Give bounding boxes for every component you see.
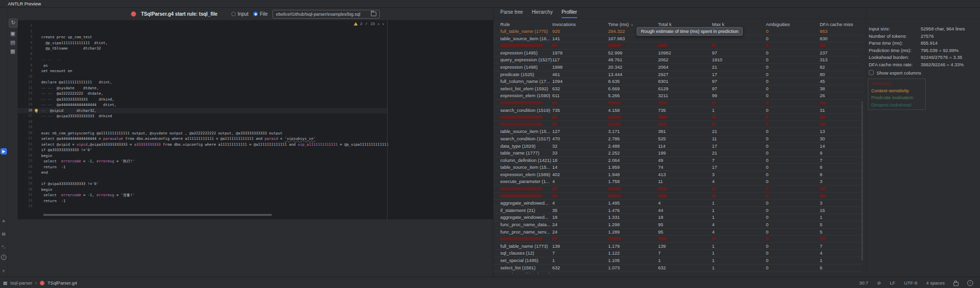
profiler-row[interactable]: search_condition (1516)4711.0724711011 (493, 271, 862, 273)
profiler-row[interactable]: predicate (1525)46113.444292717080 (493, 71, 862, 78)
profiler-row[interactable]: full_column_name (17...10948.63583019704… (493, 78, 862, 85)
code-line[interactable]: 22select @vipid = vipid,@vipa33333333333… (18, 142, 387, 148)
code-line[interactable]: 21select @a4444444444444444 = paravalue … (18, 136, 387, 142)
grid-icon[interactable]: ▦ (9, 47, 17, 55)
column-header[interactable]: DFA cache miss (820, 21, 863, 28)
logo-a-icon[interactable]: A (0, 218, 7, 224)
inspection-widget[interactable]: 2 ✓ 23 ∧ ∨ (354, 22, 385, 26)
profiler-row[interactable]: aggregate_windowed...41.4954103 (493, 199, 862, 207)
pointer-icon[interactable]: ▣ (9, 29, 17, 37)
tab-hierarchy[interactable]: Hierarchy (532, 9, 553, 18)
intention-bulb-icon[interactable] (35, 109, 38, 112)
code-line[interactable]: 27end (18, 170, 387, 176)
profiler-row-ambiguity[interactable] (493, 235, 862, 242)
profiler-row[interactable]: full_table_name (1773)1391.179139107 (493, 242, 862, 250)
profiler-row-ambiguity[interactable] (493, 113, 862, 121)
profiler-row-ambiguity[interactable] (493, 42, 862, 49)
profiler-row[interactable]: table_name (1777)332.2521992109 (493, 149, 862, 157)
code-line[interactable]: 10 (18, 74, 387, 80)
code-line[interactable]: 11declare @a1111111111111 dtint, (18, 79, 387, 85)
code-line[interactable]: 4 @p_vipa1111111111111 dtint, (18, 40, 387, 46)
show-expert-columns-checkbox[interactable]: Show expert columns (869, 69, 921, 77)
encoding[interactable]: UTF-8 (904, 280, 917, 286)
code-editor[interactable]: 123create proc up_com_test4 @p_vipa11111… (18, 21, 493, 219)
code-line[interactable]: 8 as (18, 63, 387, 69)
code-line[interactable]: 2 (18, 29, 387, 35)
profiler-row[interactable]: aggregate_windowed...181.33118101 (493, 213, 862, 221)
chevron-down-icon[interactable]: ∨ (382, 22, 385, 26)
profiler-row[interactable]: data_type (1829)322.48811417014 (493, 142, 862, 150)
code-line[interactable]: 12—— —— @sysdate dtdate, (18, 85, 387, 91)
antlr-preview-tool-button-icon[interactable]: ▶ (0, 148, 7, 155)
structure-icon[interactable]: ▤ (0, 231, 7, 237)
column-header[interactable]: Ambiguities (766, 21, 820, 28)
profiler-row[interactable]: table_source_item (15...141.959741708 (493, 163, 862, 171)
profiler-row[interactable]: expression_elem (1590)6115.266321199026 (493, 92, 862, 99)
profiler-row[interactable]: set_special (1485)11.1051101 (493, 257, 862, 264)
profiler-row[interactable]: search_condition (1517)4702.78652511030 (493, 135, 862, 142)
column-header[interactable]: Invocations (552, 21, 608, 28)
breadcrumb-file[interactable]: TSqlParser.g4 (48, 280, 77, 286)
terminal-icon[interactable]: >_ (0, 243, 7, 249)
code-line[interactable]: 6 (18, 52, 387, 57)
line-ending[interactable]: LF (890, 280, 895, 286)
column-header[interactable]: Rule (500, 21, 552, 28)
profiler-row[interactable]: func_proc_name_serv...241.28995405 (493, 228, 862, 236)
branch-icon[interactable]: Y (0, 268, 7, 274)
code-line[interactable]: 31 select errorcode = -1, errormsg = '准备… (18, 192, 387, 198)
code-line[interactable]: 30begin (18, 187, 387, 193)
profiler-row[interactable]: query_expression (1527)11748.76120621910… (493, 56, 862, 63)
code-line[interactable]: 13—— —— @a2222222222 dtdate, (18, 91, 387, 97)
profiler-row[interactable]: column_definition (1421)182.06449707 (493, 157, 862, 164)
profiler-row[interactable]: select_list (1581)6321.073632106 (493, 264, 862, 271)
code-line[interactable]: 1 (18, 23, 387, 29)
editor-horizontal-scrollbar[interactable] (43, 214, 272, 216)
notification-icon[interactable]: ! (967, 280, 973, 286)
profiler-row[interactable]: func_proc_name_data...241.29895405 (493, 221, 862, 228)
profiler-row[interactable]: expression (1498)199820.342206421082 (493, 63, 862, 71)
caret-position[interactable]: 30:7 (859, 280, 868, 286)
code-line[interactable]: 25 select errorcode = -1, errormsg = '执行… (18, 158, 387, 164)
breadcrumb-project[interactable]: tsql-parser (10, 280, 32, 286)
table-vertical-scrollbar[interactable] (861, 101, 863, 261)
code-line[interactable]: 23if @a333333333333 !='0' (18, 147, 387, 153)
indent-setting[interactable]: 4 spaces (926, 280, 945, 286)
folder-icon[interactable] (371, 12, 376, 16)
code-line[interactable]: 7-- -- -- (18, 57, 387, 63)
profiler-row[interactable]: table_source_item (15...1273.17138121013 (493, 128, 862, 135)
profiler-row[interactable]: select_list_elem (1592)6326.669612997038 (493, 85, 862, 92)
no-wrap-icon[interactable]: ⊘ (877, 280, 881, 286)
tab-profiler[interactable]: Profiler (562, 9, 577, 18)
profiler-row[interactable]: execute_parameter (1...41.75811403 (493, 178, 862, 185)
profiler-row-ambiguity[interactable] (493, 99, 862, 106)
profiler-row[interactable]: expression (1495)197852.99910982970237 (493, 49, 862, 56)
profiler-row[interactable]: search_condition (1519)7354.1587351031 (493, 106, 862, 114)
profiler-row[interactable]: if_statement (31)351.476441015 (493, 207, 862, 214)
code-line[interactable]: 5 @p_tblname dtchar32 (18, 46, 387, 52)
layers-icon[interactable]: ▤ (9, 38, 17, 46)
profiler-row-ambiguity[interactable] (493, 185, 862, 192)
code-line[interactable]: 16—— @vipid dtchar32, (18, 108, 387, 114)
code-line[interactable]: 3create proc up_com_test (18, 34, 387, 40)
profiler-row[interactable]: expression_elem (1589)4021.948413308 (493, 171, 862, 178)
file-path-field[interactable]: ebelice/Github/tsql-parser/examples/big.… (272, 10, 380, 19)
code-line[interactable]: 9set nocount on (18, 68, 387, 74)
code-line[interactable]: 24begin (18, 153, 387, 159)
code-line[interactable]: 17—— —— @vipa333333333333 dtkind (18, 113, 387, 119)
file-radio[interactable]: File (253, 11, 268, 17)
code-line[interactable]: 28 (18, 176, 387, 182)
tab-parse-tree[interactable]: Parse tree (500, 9, 523, 18)
code-line[interactable]: 32 return -1 (18, 198, 387, 204)
code-line[interactable]: 20exec nb_com_getsysconfig @a11111111111… (18, 131, 387, 136)
profiler-row-ambiguity[interactable] (493, 192, 862, 200)
lock-icon[interactable] (954, 282, 958, 286)
code-line[interactable]: 15—— —— @a4444444444444444 dtint, (18, 102, 387, 108)
code-line[interactable]: 33 (18, 204, 387, 209)
code-line[interactable]: 29if @vipa333333333333 !='0' (18, 181, 387, 187)
profiler-row[interactable]: sql_clauses (12)71.1227104 (493, 249, 862, 257)
code-line[interactable]: 14—— —— @a333333333333 dtkind, (18, 97, 387, 103)
code-line[interactable]: 18 (18, 119, 387, 125)
input-radio[interactable]: Input (231, 11, 248, 17)
code-line[interactable]: 26 return -1 (18, 164, 387, 170)
code-line[interactable]: 19 (18, 125, 387, 131)
